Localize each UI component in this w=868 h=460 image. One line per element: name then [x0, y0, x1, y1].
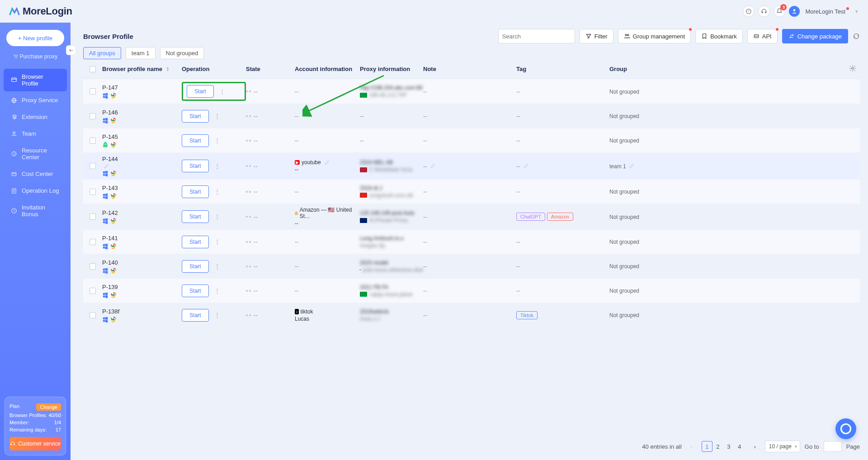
account-cell: ♪ tiktokLucas — [295, 308, 360, 322]
search-input-wrap[interactable] — [498, 29, 575, 43]
sidebar-item-resource-center[interactable]: Resource Center — [4, 142, 67, 165]
api-button[interactable]: API — [747, 29, 778, 43]
group-tab-not-grouped[interactable]: Not grouped — [160, 47, 204, 59]
start-button[interactable]: Start — [182, 185, 209, 198]
page-prev[interactable]: ‹ — [686, 441, 697, 452]
more-icon[interactable]: ⋮ — [212, 263, 223, 270]
more-icon[interactable]: ⋮ — [212, 312, 223, 318]
sidebar-item-extension[interactable]: Extension — [4, 109, 67, 125]
windows-icon — [102, 218, 108, 224]
sidebar-item-cost-center[interactable]: Cost Center — [4, 166, 67, 182]
group-tab-all-groups[interactable]: All groups — [83, 47, 121, 59]
new-profile-button[interactable]: + New profile — [6, 30, 64, 46]
row-checkbox[interactable] — [90, 138, 96, 144]
edit-icon[interactable] — [430, 163, 435, 168]
bookmark-button[interactable]: Bookmark — [695, 29, 743, 43]
page-number[interactable]: 2 — [712, 441, 723, 452]
row-checkbox[interactable] — [90, 239, 96, 245]
more-icon[interactable]: ⋮ — [212, 137, 223, 144]
table-row[interactable]: P-146 Start⋮ -- -- -- -- -- Not grouped — [83, 104, 860, 128]
start-button[interactable]: Start — [182, 309, 209, 322]
gear-icon[interactable] — [849, 65, 856, 72]
sidebar-item-browser-profile[interactable]: Browser Profile — [4, 69, 67, 91]
account-cell: a Amazon — 🇺🇸 United St…-- — [295, 207, 360, 227]
start-button[interactable]: Start — [182, 285, 209, 297]
row-checkbox[interactable] — [90, 189, 96, 195]
note-cell: -- — [423, 188, 516, 195]
more-icon[interactable]: ⋮ — [212, 238, 223, 245]
chat-fab[interactable] — [835, 418, 856, 439]
windows-icon — [102, 316, 108, 322]
table-row[interactable]: P-140 Start⋮ -- -- 2015 modelsold.moon.o… — [83, 254, 860, 279]
avatar[interactable] — [789, 6, 800, 17]
sidebar-item-proxy-service[interactable]: Proxy Service — [4, 92, 67, 108]
more-icon[interactable]: ⋮ — [212, 163, 223, 170]
chrome-icon — [110, 142, 117, 148]
row-checkbox[interactable] — [90, 288, 96, 294]
table-row[interactable]: P-147 Start⋮ -- -- http://198.204.abc.co… — [83, 79, 860, 104]
group-management-button[interactable]: Group management — [618, 29, 691, 43]
table-row[interactable]: P-141 Start⋮ -- -- Long.Ambush.tx.uImage… — [83, 230, 860, 254]
table-row[interactable]: P-144 Start⋮ -- ▶ youtube-- 2024 MEL ABC… — [83, 153, 860, 180]
user-name[interactable]: MoreLogin Test — [805, 8, 845, 15]
page-next[interactable]: › — [750, 441, 760, 452]
customer-service-button[interactable]: Customer service — [9, 437, 61, 451]
help-icon[interactable]: ? — [743, 5, 755, 17]
start-button[interactable]: Start — [187, 85, 214, 98]
row-checkbox[interactable] — [90, 263, 96, 270]
page-number[interactable]: 1 — [702, 441, 712, 452]
change-plan-button[interactable]: Change — [36, 403, 61, 411]
select-all-checkbox[interactable] — [90, 66, 96, 72]
change-package-button[interactable]: Change package — [782, 29, 848, 43]
search-input[interactable] — [502, 33, 578, 40]
sidebar-item-invitation-bonus[interactable]: Invitation Bonus — [4, 199, 67, 222]
page-number[interactable]: 3 — [723, 441, 734, 452]
row-checkbox[interactable] — [90, 213, 96, 220]
table-row[interactable]: P-138f Start⋮ -- ♪ tiktokLucas 2019selec… — [83, 303, 860, 327]
start-button[interactable]: Start — [182, 160, 209, 172]
edit-icon[interactable] — [104, 164, 109, 169]
chrome-icon — [110, 292, 117, 298]
sort-icon[interactable]: ▲▼ — [166, 66, 170, 72]
sidebar-collapse-toggle[interactable]: ⇤ — [66, 45, 76, 55]
more-icon[interactable]: ⋮ — [212, 287, 223, 294]
group-cell: Not grouped — [609, 263, 639, 270]
sidebar-item-operation-log[interactable]: Operation Log — [4, 183, 67, 199]
row-checkbox[interactable] — [90, 312, 96, 318]
goto-page-input[interactable] — [824, 441, 842, 452]
table-row[interactable]: P-142 Start⋮ -- a Amazon — 🇺🇸 United St…… — [83, 204, 860, 230]
purchase-proxy-link[interactable]: Purchase proxy — [0, 53, 71, 60]
row-checkbox[interactable] — [90, 88, 96, 95]
row-checkbox[interactable] — [90, 113, 96, 119]
start-button[interactable]: Start — [182, 210, 209, 223]
edit-icon[interactable] — [629, 163, 634, 168]
start-button[interactable]: Start — [182, 260, 209, 273]
per-page-select[interactable]: 10 / page — [765, 441, 800, 452]
start-button[interactable]: Start — [182, 110, 209, 123]
edit-icon[interactable] — [524, 163, 528, 168]
table-row[interactable]: P-145 Start⋮ -- -- -- -- -- Not grouped — [83, 128, 860, 153]
page-number[interactable]: 4 — [734, 441, 745, 452]
table-row[interactable]: P-143 Start⋮ -- -- 2018 dt Jcongslush.co… — [83, 180, 860, 204]
filter-button[interactable]: Filter — [580, 29, 613, 43]
refresh-icon[interactable] — [853, 33, 860, 40]
tag-cell: -- — [516, 188, 609, 195]
account-cell: -- — [295, 238, 360, 245]
start-button[interactable]: Start — [182, 134, 209, 147]
headset-icon[interactable] — [758, 5, 770, 17]
group-tab-team-1[interactable]: team 1 — [126, 47, 156, 59]
start-button[interactable]: Start — [182, 236, 209, 248]
table-row[interactable]: P-139 Start⋮ -- -- 2021 FB FAl.alpip.mov… — [83, 279, 860, 303]
nav-icon — [11, 208, 17, 214]
more-icon[interactable]: ⋮ — [217, 88, 228, 95]
bell-icon[interactable]: 3 — [774, 5, 785, 17]
more-icon[interactable]: ⋮ — [212, 188, 223, 195]
row-checkbox[interactable] — [90, 163, 96, 169]
edit-icon[interactable] — [325, 160, 330, 165]
app-logo[interactable]: MoreLogin — [9, 5, 72, 17]
sidebar-item-team[interactable]: Team — [4, 126, 67, 142]
more-icon[interactable]: ⋮ — [212, 213, 223, 220]
tag-cell: -- — [516, 113, 609, 119]
tag-cell: -- — [516, 238, 609, 245]
more-icon[interactable]: ⋮ — [212, 113, 223, 119]
